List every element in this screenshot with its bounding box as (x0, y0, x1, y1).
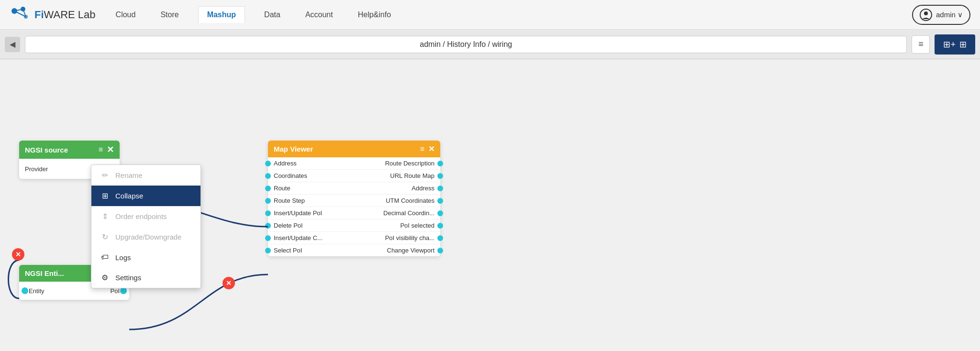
map-right-6: PoI visibility cha... (385, 234, 434, 241)
nav-store[interactable]: Store (155, 7, 184, 23)
map-viewer-widget: Map Viewer ≡ ✕ Address Route Description… (268, 141, 440, 256)
map-viewer-header: Map Viewer ≡ ✕ (268, 141, 440, 157)
nav-account[interactable]: Account (300, 7, 339, 23)
map-viewer-row-2: Route Address (268, 182, 440, 195)
new-widget-button[interactable]: ⊞+ ⊞ (935, 34, 975, 55)
top-navigation: FiWARE Lab Cloud Store Mashup Data Accou… (0, 0, 980, 30)
map-viewer-output-2[interactable] (437, 186, 443, 191)
menu-item-logs[interactable]: 🏷 Logs (91, 247, 200, 267)
ngsi-entity-input-dot[interactable] (22, 287, 28, 294)
map-viewer-menu-icon[interactable]: ≡ (420, 145, 424, 154)
ngsi-source-close-icon[interactable]: ✕ (107, 144, 114, 155)
map-viewer-input-2[interactable] (265, 186, 271, 191)
map-right-7: Change Viewport (387, 247, 435, 254)
menu-logs-label: Logs (115, 253, 131, 262)
map-left-1: Coordinates (274, 172, 307, 179)
map-viewer-output-3[interactable] (437, 198, 443, 204)
map-viewer-header-icons: ≡ ✕ (420, 144, 434, 154)
nav-cloud[interactable]: Cloud (110, 7, 142, 23)
map-viewer-row-3: Route Step UTM Coordinates (268, 195, 440, 207)
map-viewer-row-1: Coordinates URL Route Map (268, 170, 440, 182)
map-viewer-row-4: Insert/Update PoI Decimal Coordin... (268, 207, 440, 219)
map-viewer-output-6[interactable] (437, 235, 443, 241)
nav-mashup[interactable]: Mashup (198, 6, 245, 23)
back-button[interactable]: ◀ (5, 37, 20, 52)
ngsi-source-menu-icon[interactable]: ≡ (99, 145, 103, 154)
menu-rename-label: Rename (115, 171, 143, 179)
connection-error-middle[interactable]: ✕ (223, 277, 235, 289)
menu-item-rename[interactable]: ✏ Rename (91, 165, 200, 186)
map-viewer-close-icon[interactable]: ✕ (428, 144, 434, 154)
upgrade-icon: ↻ (100, 232, 110, 241)
connection-error-left[interactable]: ✕ (12, 248, 24, 261)
menu-item-upgrade[interactable]: ↻ Upgrade/Downgrade (91, 227, 200, 247)
map-right-3: UTM Coordinates (386, 197, 434, 204)
ngsi-entity-output-dot[interactable] (120, 287, 127, 294)
user-icon (920, 9, 932, 21)
admin-label: admin ∨ (936, 11, 963, 19)
nav-data[interactable]: Data (258, 7, 286, 23)
new-widget-icon: ⊞+ (943, 39, 956, 50)
logo[interactable]: FiWARE Lab (10, 4, 96, 25)
map-right-2: Address (412, 185, 434, 192)
map-left-2: Route (274, 185, 290, 192)
ngsi-source-provider-label: Provider (25, 165, 48, 173)
nav-helpinfo[interactable]: Help&info (352, 7, 397, 23)
map-viewer-row-0: Address Route Description (268, 157, 440, 170)
logs-icon: 🏷 (100, 253, 110, 262)
map-viewer-input-4[interactable] (265, 210, 271, 216)
map-viewer-input-1[interactable] (265, 173, 271, 179)
map-viewer-output-0[interactable] (437, 161, 443, 166)
component-tree-icon: ⊞ (959, 39, 967, 50)
nav-items: Cloud Store Mashup Data Account Help&inf… (110, 6, 912, 23)
menu-order-endpoints-label: Order endpoints (115, 212, 167, 220)
map-viewer-body: Address Route Description Coordinates UR… (268, 157, 440, 256)
toolbar-menu-button[interactable]: ≡ (912, 35, 930, 54)
nav-right: admin ∨ (912, 5, 970, 25)
map-viewer-input-7[interactable] (265, 248, 271, 253)
map-viewer-input-0[interactable] (265, 161, 271, 166)
rename-icon: ✏ (100, 171, 110, 180)
map-left-0: Address (274, 160, 297, 167)
menu-item-order-endpoints[interactable]: ⇕ Order endpoints (91, 206, 200, 227)
map-viewer-row-6: Insert/Update C... PoI visibility cha... (268, 232, 440, 244)
collapse-icon: ⊞ (100, 191, 110, 200)
map-right-0: Route Description (385, 160, 434, 167)
admin-button[interactable]: admin ∨ (912, 5, 970, 25)
svg-point-7 (924, 11, 928, 15)
map-viewer-output-7[interactable] (437, 248, 443, 253)
ngsi-source-header-icons: ≡ ✕ (99, 144, 114, 155)
ngsi-source-title: NGSI source (25, 146, 68, 154)
map-viewer-output-1[interactable] (437, 173, 443, 179)
wiring-canvas: NGSI source ≡ ✕ Provider ✏ Rename ⊞ Coll… (0, 59, 980, 351)
breadcrumb: admin / History Info / wiring (25, 36, 907, 53)
menu-item-settings[interactable]: ⚙ Settings (91, 267, 200, 288)
map-viewer-output-4[interactable] (437, 210, 443, 216)
map-right-1: URL Route Map (390, 172, 434, 179)
ngsi-entity-right-port: PoI (110, 287, 120, 295)
map-right-4: Decimal Coordin... (383, 209, 434, 217)
ngsi-entity-title: NGSI Enti... (25, 269, 64, 277)
map-viewer-input-6[interactable] (265, 235, 271, 241)
logo-text: FiWARE Lab (34, 9, 96, 21)
context-menu: ✏ Rename ⊞ Collapse ⇕ Order endpoints ↻ … (91, 165, 201, 288)
fiware-logo-icon (10, 4, 31, 25)
toolbar: ◀ admin / History Info / wiring ≡ ⊞+ ⊞ (0, 30, 980, 59)
menu-upgrade-label: Upgrade/Downgrade (115, 233, 181, 241)
menu-item-collapse[interactable]: ⊞ Collapse (91, 186, 200, 206)
ngsi-source-header: NGSI source ≡ ✕ (19, 141, 120, 159)
map-left-7: Select PoI (274, 247, 302, 254)
map-left-6: Insert/Update C... (274, 234, 323, 241)
map-left-3: Route Step (274, 197, 305, 204)
ngsi-entity-left-port: Entity (29, 287, 45, 295)
map-viewer-title: Map Viewer (274, 145, 313, 153)
map-left-5: Delete PoI (274, 222, 303, 229)
map-viewer-row-7: Select PoI Change Viewport (268, 244, 440, 256)
map-viewer-output-5[interactable] (437, 223, 443, 229)
map-viewer-row-5: Delete PoI PoI selected (268, 219, 440, 232)
map-left-4: Insert/Update PoI (274, 209, 322, 217)
map-viewer-input-5[interactable] (265, 223, 271, 229)
settings-icon: ⚙ (100, 273, 110, 282)
menu-settings-label: Settings (115, 274, 141, 282)
map-viewer-input-3[interactable] (265, 198, 271, 204)
